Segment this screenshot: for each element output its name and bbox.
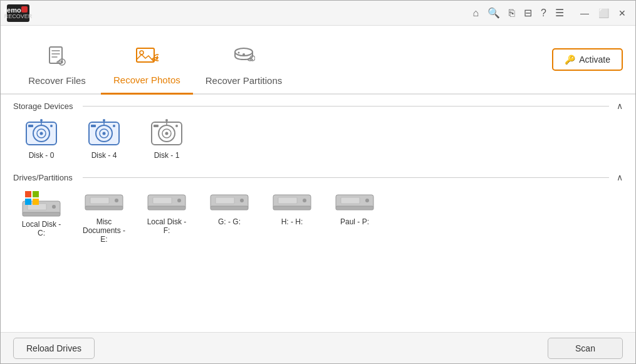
svg-rect-54: [336, 206, 373, 210]
drive-e-label: Misc Documents - E:: [82, 217, 126, 244]
svg-rect-51: [278, 197, 297, 204]
drives-partitions-section: Drives/Partitions ∧: [1, 166, 635, 250]
drive-p-icon: [335, 190, 375, 215]
tabbar: Recover Files Recover Photos: [1, 26, 635, 95]
maximize-button[interactable]: ⬜: [597, 6, 610, 20]
svg-rect-38: [85, 206, 123, 210]
tab-recover-partitions-label: Recover Partitions: [206, 75, 283, 86]
svg-point-56: [365, 199, 369, 202]
drive-g-icon: [209, 190, 249, 215]
drive-f-label: Local Disk - F:: [145, 217, 189, 235]
key-icon: 🔑: [565, 55, 575, 65]
app-logo: remoRECOVER: [7, 4, 29, 22]
svg-rect-39: [90, 197, 109, 204]
drive-f-icon: [147, 190, 187, 215]
disk-1-label: Disk - 1: [154, 151, 180, 160]
reload-drives-button[interactable]: Reload Drives: [13, 338, 95, 359]
activate-label: Activate: [579, 55, 610, 65]
disk-1-item[interactable]: Disk - 1: [145, 118, 189, 160]
svg-point-13: [50, 125, 53, 127]
svg-point-48: [240, 199, 244, 202]
svg-rect-43: [153, 197, 172, 204]
drive-g-item[interactable]: G: - G:: [207, 190, 251, 226]
recover-files-icon: [46, 46, 68, 73]
svg-point-29: [175, 125, 178, 127]
drive-c-icon-wrapper: [21, 190, 61, 217]
svg-point-20: [103, 132, 106, 135]
storage-devices-list: Disk - 0 Disk - 4: [13, 118, 623, 160]
disk-4-label: Disk - 4: [91, 151, 117, 160]
scan-button[interactable]: Scan: [548, 338, 623, 359]
svg-rect-14: [28, 125, 33, 127]
tab-recover-files-label: Recover Files: [28, 75, 86, 86]
bookmark-icon[interactable]: ⊟: [524, 8, 532, 18]
drive-c-item[interactable]: Local Disk - C:: [19, 190, 63, 237]
close-button[interactable]: ✕: [615, 6, 629, 20]
section-divider: [83, 106, 609, 107]
logo-red-dot: [21, 6, 28, 13]
svg-point-16: [40, 119, 43, 122]
svg-rect-2: [137, 48, 154, 62]
disk-4-icon: [87, 118, 121, 148]
tab-recover-photos[interactable]: Recover Photos: [101, 38, 193, 95]
tab-recover-partitions[interactable]: Recover Partitions: [193, 39, 295, 93]
drive-h-icon: [272, 190, 312, 215]
svg-rect-22: [91, 125, 96, 127]
disk-0-icon: [24, 118, 58, 148]
logo-icon: remoRECOVER: [7, 4, 29, 22]
storage-devices-header: Storage Devices ∧: [13, 101, 623, 111]
help-icon[interactable]: ?: [541, 8, 546, 18]
drives-partitions-list: Local Disk - C: Misc Documents - E:: [13, 190, 623, 244]
main-content: Storage Devices ∧ Disk - 0: [1, 95, 635, 332]
disk-1-icon: [150, 118, 184, 148]
svg-point-40: [115, 199, 118, 202]
minimize-button[interactable]: —: [578, 6, 592, 20]
drive-c-label: Local Disk - C:: [19, 220, 63, 237]
svg-point-24: [103, 119, 105, 122]
drive-f-item[interactable]: Local Disk - F:: [145, 190, 189, 235]
drive-g-label: G: - G:: [218, 217, 241, 226]
storage-devices-title: Storage Devices: [13, 101, 78, 111]
svg-point-36: [52, 205, 56, 209]
svg-point-21: [113, 125, 115, 127]
section-title-line: Storage Devices ∧: [13, 101, 623, 111]
svg-rect-42: [148, 206, 185, 210]
svg-point-44: [177, 199, 181, 202]
svg-rect-46: [211, 206, 248, 210]
svg-point-52: [303, 199, 306, 202]
tab-recover-photos-label: Recover Photos: [113, 75, 180, 85]
svg-point-7: [242, 53, 245, 56]
storage-collapse-button[interactable]: ∧: [617, 101, 623, 111]
svg-rect-55: [341, 197, 360, 204]
drives-partitions-title: Drives/Partitions: [13, 173, 78, 182]
search-icon[interactable]: 🔍: [487, 8, 500, 18]
drives-section-divider: [83, 177, 609, 178]
svg-rect-34: [23, 212, 60, 216]
recover-partitions-icon: [232, 46, 255, 73]
activate-button[interactable]: 🔑 Activate: [552, 48, 623, 71]
drives-section-title-line: Drives/Partitions ∧: [13, 172, 623, 182]
drives-partitions-header: Drives/Partitions ∧: [13, 172, 623, 182]
recover-photos-icon: [135, 44, 159, 72]
drive-e-item[interactable]: Misc Documents - E:: [82, 190, 126, 244]
windows-icon: [25, 191, 39, 205]
disk-0-item[interactable]: Disk - 0: [19, 118, 63, 160]
drive-p-item[interactable]: Paul - P:: [333, 190, 377, 226]
svg-rect-47: [216, 197, 234, 204]
disk-4-item[interactable]: Disk - 4: [82, 118, 126, 160]
logo-text: remoRECOVER: [4, 7, 33, 19]
home-icon[interactable]: ⌂: [472, 8, 479, 18]
svg-point-28: [165, 132, 169, 135]
drive-p-label: Paul - P:: [340, 217, 369, 226]
drive-h-item[interactable]: H: - H:: [270, 190, 314, 226]
drives-collapse-button[interactable]: ∧: [617, 172, 623, 182]
titlebar: remoRECOVER ⌂ 🔍 ⎘ ⊟ ? ☰ — ⬜ ✕: [1, 1, 635, 26]
menu-icon[interactable]: ☰: [555, 8, 564, 18]
tab-recover-files[interactable]: Recover Files: [13, 39, 101, 93]
window-controls: — ⬜ ✕: [578, 6, 629, 20]
storage-devices-section: Storage Devices ∧ Disk - 0: [1, 95, 635, 166]
svg-point-32: [165, 119, 168, 122]
svg-rect-50: [273, 206, 311, 210]
share-icon[interactable]: ⎘: [509, 8, 515, 18]
svg-rect-30: [154, 125, 159, 127]
